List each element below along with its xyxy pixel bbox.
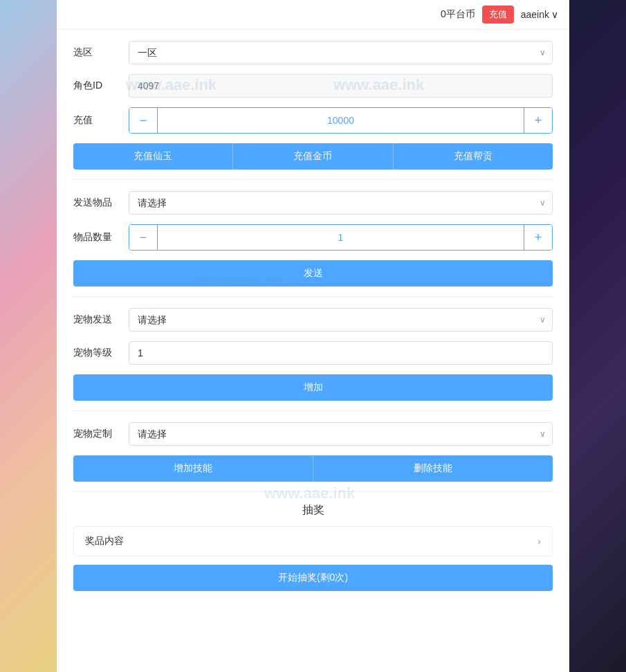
form-area: 选区 一区 二区 角色ID 充值 − — [57, 30, 569, 616]
recharge-input[interactable] — [157, 108, 524, 133]
bg-left — [0, 0, 57, 672]
item-qty-control: − + — [129, 224, 553, 251]
header: 0平台币 充值 aaeink ∨ — [57, 0, 569, 30]
pet-send-label: 宠物发送 — [73, 314, 129, 326]
send-button[interactable]: 发送 — [73, 260, 553, 287]
pet-send-select-wrapper: 请选择 — [129, 308, 553, 332]
role-id-control — [129, 74, 553, 98]
pet-level-control — [129, 341, 553, 365]
balance-label: 0平台币 — [441, 8, 475, 21]
send-item-label: 发送物品 — [73, 197, 129, 209]
pet-custom-label: 宠物定制 — [73, 428, 129, 440]
item-qty-input[interactable] — [157, 225, 524, 250]
prize-content-label: 奖品内容 — [85, 535, 124, 547]
user-name: aaeink — [521, 9, 549, 20]
recharge-label: 充值 — [73, 114, 129, 127]
zone-select[interactable]: 一区 二区 — [129, 41, 553, 64]
pet-level-input[interactable] — [129, 341, 553, 365]
header-recharge-button[interactable]: 充值 — [482, 6, 514, 24]
main-panel: 0平台币 充值 aaeink ∨ www.aae.ink www.aae.ink… — [57, 0, 569, 672]
user-dropdown-icon: ∨ — [551, 9, 558, 20]
add-skill-button[interactable]: 增加技能 — [73, 455, 313, 482]
divider-2 — [73, 296, 553, 297]
bg-right — [569, 0, 626, 672]
send-item-select[interactable]: 请选择 — [129, 191, 553, 215]
recharge-gold-button[interactable]: 充值金币 — [233, 143, 393, 170]
lottery-title: 抽奖 — [73, 503, 553, 518]
pet-send-row: 宠物发送 请选择 — [73, 308, 553, 332]
pet-custom-select-wrapper: 请选择 — [129, 422, 553, 446]
user-menu[interactable]: aaeink ∨ — [521, 9, 558, 20]
zone-control: 一区 二区 — [129, 41, 553, 64]
item-qty-decrement-button[interactable]: − — [129, 225, 157, 250]
pet-custom-row: 宠物定制 请选择 — [73, 422, 553, 446]
item-qty-label: 物品数量 — [73, 231, 129, 244]
divider-4 — [73, 491, 553, 492]
pet-custom-select[interactable]: 请选择 — [129, 422, 553, 446]
del-skill-button[interactable]: 删除技能 — [313, 455, 553, 482]
zone-row: 选区 一区 二区 — [73, 41, 553, 64]
divider-3 — [73, 410, 553, 411]
recharge-btn-group: 充值仙玉 充值金币 充值帮贡 — [73, 143, 553, 170]
pet-custom-control: 请选择 — [129, 422, 553, 446]
role-id-input[interactable] — [129, 74, 553, 98]
send-item-row: 发送物品 请选择 — [73, 191, 553, 215]
pet-level-row: 宠物等级 — [73, 341, 553, 365]
pet-level-label: 宠物等级 — [73, 347, 129, 359]
item-qty-stepper: − + — [129, 224, 553, 251]
recharge-guild-button[interactable]: 充值帮贡 — [394, 143, 553, 170]
send-item-control: 请选择 — [129, 191, 553, 215]
item-qty-row: 物品数量 − + — [73, 224, 553, 251]
recharge-increment-button[interactable]: + — [524, 108, 552, 133]
role-id-row: 角色ID — [73, 74, 553, 98]
recharge-xianyu-button[interactable]: 充值仙玉 — [73, 143, 233, 170]
role-id-label: 角色ID — [73, 80, 129, 92]
skill-btn-group: 增加技能 删除技能 — [73, 455, 553, 482]
recharge-row: 充值 − + — [73, 107, 553, 134]
pet-send-control: 请选择 — [129, 308, 553, 332]
add-pet-button[interactable]: 增加 — [73, 374, 553, 401]
start-lottery-button[interactable]: 开始抽奖(剩0次) — [73, 565, 553, 591]
recharge-control: − + — [129, 107, 553, 134]
zone-label: 选区 — [73, 46, 129, 59]
item-qty-increment-button[interactable]: + — [524, 225, 552, 250]
send-item-select-wrapper: 请选择 — [129, 191, 553, 215]
prize-arrow-icon: › — [537, 536, 541, 547]
prize-content-row[interactable]: 奖品内容 › — [73, 526, 553, 556]
divider-1 — [73, 179, 553, 180]
zone-select-wrapper: 一区 二区 — [129, 41, 553, 64]
recharge-decrement-button[interactable]: − — [129, 108, 157, 133]
recharge-stepper: − + — [129, 107, 553, 134]
pet-send-select[interactable]: 请选择 — [129, 308, 553, 332]
